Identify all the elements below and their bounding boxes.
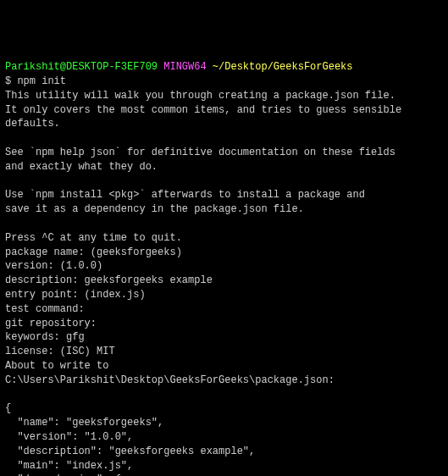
prompt-line-1: Parikshit@DESKTOP-F3EF709 MINGW64 ~/Desk… <box>5 61 353 73</box>
command-1: $ npm init <box>5 75 66 87</box>
prompt-license: license: (ISC) MIT <box>5 346 115 357</box>
cwd-path: ~/Desktop/GeeksForGeeks <box>213 61 353 73</box>
prompt-test-command: test command: <box>5 303 85 315</box>
terminal-output[interactable]: Parikshit@DESKTOP-F3EF709 MINGW64 ~/Desk… <box>5 60 443 476</box>
prompt-keywords: keywords: gfg <box>5 331 85 343</box>
prompt-package-name: package name: (geeksforgeeks) <box>5 246 182 258</box>
prompt-description: description: geeksforgeeks example <box>5 274 213 286</box>
json-preview: { "name": "geeksforgeeks", "version": "1… <box>5 402 352 476</box>
prompt-version: version: (1.0.0) <box>5 260 102 272</box>
user-host: Parikshit@DESKTOP-F3EF709 <box>5 61 158 73</box>
prompt-git-repository: git repository: <box>5 318 97 329</box>
shell-name: MINGW64 <box>163 61 206 73</box>
prompt-entry-point: entry point: (index.js) <box>5 289 146 301</box>
about-to-write: About to write to C:\Users\Parikshit\Des… <box>5 360 335 386</box>
intro-text: This utility will walk you through creat… <box>5 90 407 244</box>
